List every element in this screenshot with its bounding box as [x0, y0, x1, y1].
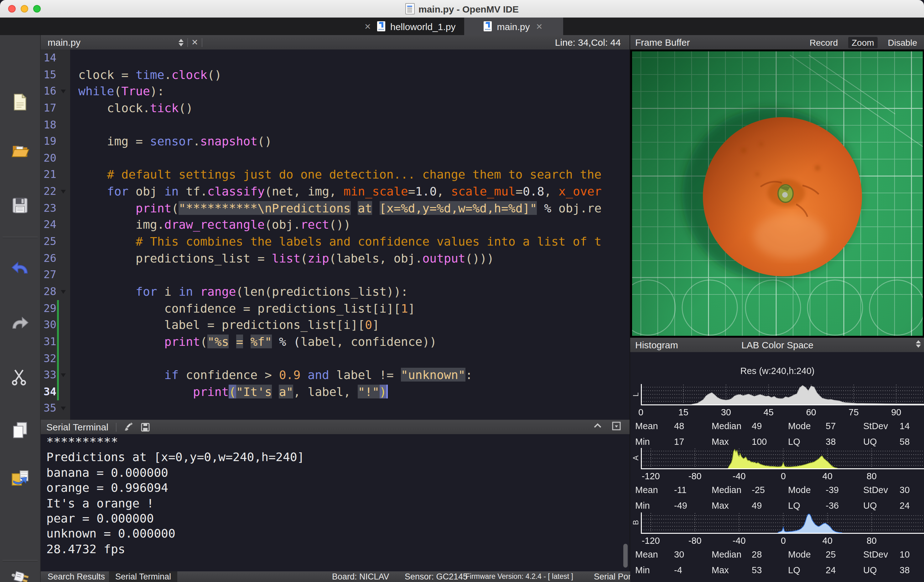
stat-label: LQ — [788, 566, 826, 575]
stat-value: -11 — [674, 486, 712, 495]
code-line — [78, 49, 630, 66]
axis-tick-label: 45 — [755, 407, 782, 417]
code-area[interactable]: clock = time.clock()while(True): clock.t… — [70, 49, 630, 420]
channel-stats: Mean48Median49Mode57StDev14Min17Max100LQ… — [635, 422, 923, 446]
axis-tick-label: 0 — [770, 471, 797, 481]
stat-value: 49 — [752, 422, 788, 431]
code-line: for i in range(len(predictions_list)): — [78, 283, 630, 300]
dropdown-arrows-icon[interactable] — [916, 340, 921, 348]
redo-button[interactable] — [11, 314, 30, 333]
histogram-channel-b: B-120-80-4004080Mean30Median28Mode25StDe… — [630, 513, 924, 575]
maximize-window-button[interactable] — [33, 5, 41, 13]
stat-value: 10 — [899, 550, 923, 559]
close-window-button[interactable] — [8, 5, 16, 13]
line-number: 15 — [40, 66, 56, 83]
color-space-dropdown[interactable]: LAB Color Space — [741, 340, 813, 350]
code-line: confidence = predictions_list[i][1] — [78, 300, 630, 317]
stat-label: UQ — [863, 437, 899, 446]
stat-label: Mean — [635, 422, 674, 431]
line-number: 32 — [40, 350, 56, 366]
axis-tick-label: 80 — [858, 536, 886, 546]
stat-label: Max — [712, 566, 752, 575]
stat-value: 38 — [899, 566, 923, 575]
terminal-line: banana = 0.000000 — [40, 465, 630, 480]
paste-button[interactable] — [11, 468, 30, 487]
tab-helloworld[interactable]: ✕ helloworld_1.py — [363, 18, 464, 35]
code-editor[interactable]: 1415161718192021222324252627282930313233… — [40, 49, 630, 420]
code-line — [78, 267, 630, 283]
undo-button[interactable] — [11, 259, 30, 277]
close-tab-icon[interactable]: ✕ — [363, 21, 372, 31]
line-number: 25 — [40, 233, 56, 250]
axis-tick-label: 75 — [840, 407, 868, 417]
line-number: 31 — [40, 333, 56, 350]
close-tab-icon[interactable]: ✕ — [535, 21, 544, 31]
disable-button[interactable]: Disable — [884, 37, 921, 48]
popout-terminal-icon[interactable] — [612, 422, 621, 432]
line-number: 18 — [40, 116, 56, 133]
fold-marker-icon[interactable] — [61, 373, 66, 377]
stat-label: Mode — [788, 486, 826, 495]
record-button[interactable]: Record — [806, 37, 842, 48]
stat-label: UQ — [863, 501, 899, 510]
line-number: 33 — [40, 366, 56, 383]
code-line: for obj in tf.classify(net, img, min_sca… — [78, 183, 630, 199]
histogram-body: Res (w:240,h:240) L0153045607590Mean48Me… — [630, 352, 924, 582]
fold-marker-icon[interactable] — [61, 190, 66, 194]
copy-button[interactable] — [11, 420, 30, 439]
line-number: 30 — [40, 317, 56, 333]
titlebar: main.py - OpenMV IDE — [0, 0, 924, 18]
code-line: print("**********\nPredictions at [x=%d,… — [78, 200, 630, 216]
stat-value: 49 — [752, 501, 788, 510]
stat-value: -36 — [826, 501, 863, 510]
tab-main[interactable]: main.py ✕ — [464, 18, 563, 35]
frame-buffer-image — [630, 49, 924, 338]
terminal-line: Predictions at [x=0,y=0,w=240,h=240] — [40, 450, 630, 465]
line-number: 23 — [40, 200, 56, 216]
cursor-position: Line: 34,Col: 44 — [555, 37, 621, 48]
terminal-line: pear = 0.000000 — [40, 511, 630, 526]
terminal-scrollbar-thumb[interactable] — [623, 544, 628, 567]
axis-tick-label: -120 — [637, 536, 665, 546]
histogram-channel-a: A-120-80-4004080Mean-11Median-25Mode-39S… — [630, 448, 924, 511]
collapse-terminal-icon[interactable] — [593, 422, 602, 432]
new-file-button[interactable] — [11, 93, 30, 112]
frame-buffer-header: Frame Buffer Record Zoom Disable — [630, 35, 924, 49]
code-line: img.draw_rectangle(obj.rect()) — [78, 216, 630, 233]
window-title: main.py - OpenMV IDE — [419, 3, 519, 14]
stat-value: 24 — [899, 501, 923, 510]
zoom-button[interactable]: Zoom — [848, 37, 878, 48]
close-file-icon[interactable]: ✕ — [191, 38, 198, 47]
stat-value: -25 — [752, 486, 788, 495]
minimize-window-button[interactable] — [21, 5, 28, 13]
code-line: clock.tick() — [78, 100, 630, 116]
save-log-icon[interactable] — [140, 422, 150, 432]
line-number: 26 — [40, 250, 56, 266]
stat-value: 24 — [826, 566, 863, 575]
fold-marker-icon[interactable] — [61, 90, 66, 94]
axis-tick-label: 30 — [712, 407, 740, 417]
stat-label: Max — [712, 437, 752, 446]
open-file-button[interactable] — [11, 142, 30, 160]
status-firmware: Firmware Version: 4.2.4 - [ latest ] — [465, 571, 573, 582]
channel-letter: L — [632, 388, 640, 397]
cut-button[interactable] — [11, 367, 30, 386]
save-button[interactable] — [11, 196, 30, 215]
line-number: 28 — [40, 283, 56, 300]
serial-terminal-output[interactable]: **********Predictions at [x=0,y=0,w=240,… — [40, 434, 630, 571]
axis-tick-label: 80 — [858, 471, 886, 481]
status-tab-search-results[interactable]: Search Results — [41, 571, 111, 582]
open-files-dropdown[interactable]: main.py — [48, 37, 183, 48]
connect-button[interactable] — [11, 567, 30, 582]
clear-terminal-icon[interactable] — [124, 422, 134, 432]
line-number: 19 — [40, 133, 56, 149]
serial-terminal-header: Serial Terminal — [40, 420, 630, 434]
resolution-label: Res (w:240,h:240) — [630, 366, 924, 376]
fold-marker-icon[interactable] — [61, 290, 66, 294]
frame-buffer-title: Frame Buffer — [635, 37, 690, 48]
fold-marker-icon[interactable] — [61, 407, 66, 411]
stat-label: StDev — [863, 550, 899, 559]
stat-value: 30 — [899, 486, 923, 495]
axis-tick-label: -80 — [681, 536, 709, 546]
status-tab-serial-terminal[interactable]: Serial Terminal — [109, 571, 177, 582]
